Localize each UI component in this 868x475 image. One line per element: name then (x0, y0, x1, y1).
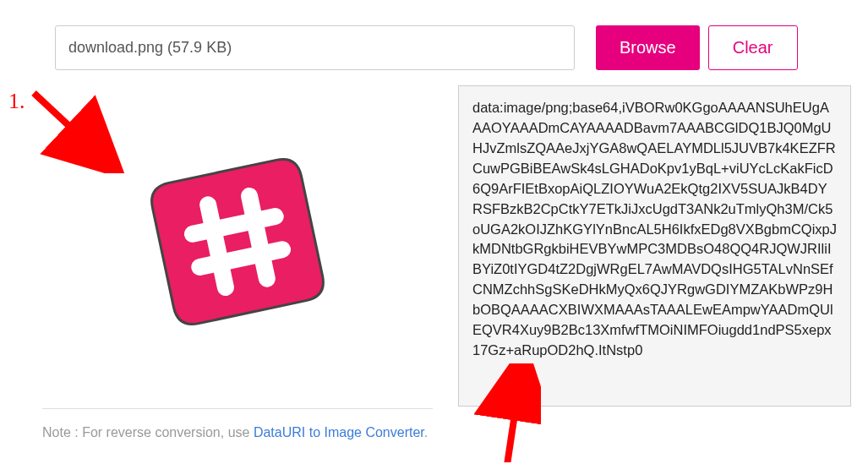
base64-output[interactable] (458, 85, 851, 407)
hashtag-logo-icon (136, 140, 339, 343)
divider (42, 408, 433, 409)
image-preview (42, 85, 433, 398)
annotation-label-1: 1. (8, 89, 25, 114)
file-name-input[interactable] (55, 25, 575, 70)
note-text: Note : For reverse conversion, use DataU… (42, 421, 433, 445)
browse-button[interactable]: Browse (596, 25, 700, 70)
clear-button[interactable]: Clear (708, 25, 798, 70)
reverse-converter-link[interactable]: DataURI to Image Converter (254, 425, 424, 440)
